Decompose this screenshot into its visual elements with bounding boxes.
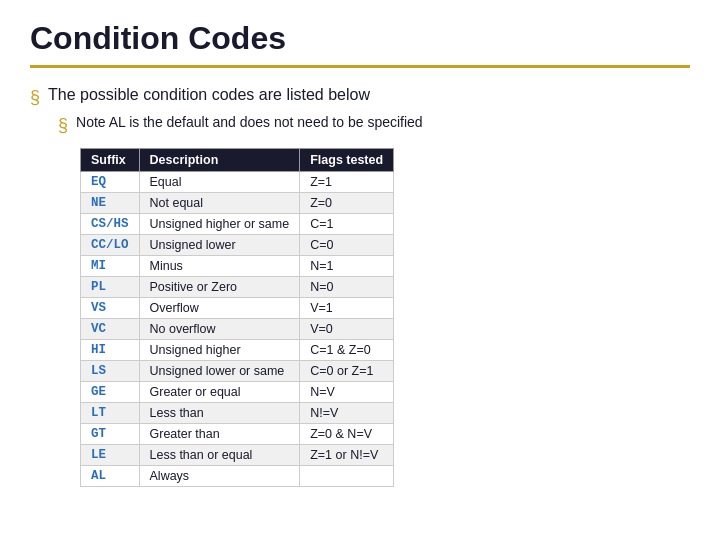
- cell-flags: N=0: [300, 277, 394, 298]
- cell-suffix: PL: [81, 277, 140, 298]
- cell-flags: C=1 & Z=0: [300, 340, 394, 361]
- cell-flags: N!=V: [300, 403, 394, 424]
- cell-flags: Z=0 & N=V: [300, 424, 394, 445]
- cell-suffix: EQ: [81, 172, 140, 193]
- page-title: Condition Codes: [30, 20, 690, 57]
- table-row: GEGreater or equalN=V: [81, 382, 394, 403]
- cell-description: Greater than: [139, 424, 300, 445]
- page: Condition Codes § The possible condition…: [0, 0, 720, 540]
- table-row: GTGreater thanZ=0 & N=V: [81, 424, 394, 445]
- table-container: Suffix Description Flags tested EQEqualZ…: [80, 148, 690, 487]
- cell-description: Overflow: [139, 298, 300, 319]
- cell-flags: Z=0: [300, 193, 394, 214]
- cell-flags: [300, 466, 394, 487]
- cell-description: Unsigned lower or same: [139, 361, 300, 382]
- table-row: CC/LOUnsigned lowerC=0: [81, 235, 394, 256]
- table-row: MIMinusN=1: [81, 256, 394, 277]
- cell-flags: Z=1 or N!=V: [300, 445, 394, 466]
- cell-flags: V=0: [300, 319, 394, 340]
- cell-suffix: MI: [81, 256, 140, 277]
- table-row: EQEqualZ=1: [81, 172, 394, 193]
- table-row: VSOverflowV=1: [81, 298, 394, 319]
- cell-description: Unsigned higher: [139, 340, 300, 361]
- cell-flags: C=1: [300, 214, 394, 235]
- cell-description: Greater or equal: [139, 382, 300, 403]
- cell-suffix: HI: [81, 340, 140, 361]
- sub-bullet: § Note AL is the default and does not ne…: [58, 114, 690, 136]
- cell-suffix: GT: [81, 424, 140, 445]
- sub-bullet-icon: §: [58, 115, 68, 136]
- main-bullet: § The possible condition codes are liste…: [30, 86, 690, 108]
- cell-description: Unsigned higher or same: [139, 214, 300, 235]
- table-row: LELess than or equalZ=1 or N!=V: [81, 445, 394, 466]
- cell-suffix: CC/LO: [81, 235, 140, 256]
- cell-suffix: CS/HS: [81, 214, 140, 235]
- table-row: ALAlways: [81, 466, 394, 487]
- cell-suffix: LS: [81, 361, 140, 382]
- col-header-description: Description: [139, 149, 300, 172]
- col-header-flags: Flags tested: [300, 149, 394, 172]
- cell-description: Positive or Zero: [139, 277, 300, 298]
- cell-suffix: VC: [81, 319, 140, 340]
- cell-suffix: VS: [81, 298, 140, 319]
- cell-description: Minus: [139, 256, 300, 277]
- table-row: VCNo overflowV=0: [81, 319, 394, 340]
- cell-flags: N=V: [300, 382, 394, 403]
- table-row: LTLess thanN!=V: [81, 403, 394, 424]
- table-row: NENot equalZ=0: [81, 193, 394, 214]
- cell-flags: V=1: [300, 298, 394, 319]
- cell-flags: Z=1: [300, 172, 394, 193]
- cell-suffix: NE: [81, 193, 140, 214]
- cell-description: No overflow: [139, 319, 300, 340]
- table-row: LSUnsigned lower or sameC=0 or Z=1: [81, 361, 394, 382]
- cell-description: Less than or equal: [139, 445, 300, 466]
- cell-description: Not equal: [139, 193, 300, 214]
- cell-flags: N=1: [300, 256, 394, 277]
- condition-codes-table: Suffix Description Flags tested EQEqualZ…: [80, 148, 394, 487]
- sub-bullet-text: Note AL is the default and does not need…: [76, 114, 423, 130]
- cell-description: Equal: [139, 172, 300, 193]
- cell-description: Unsigned lower: [139, 235, 300, 256]
- title-underline: [30, 65, 690, 68]
- cell-suffix: LE: [81, 445, 140, 466]
- main-bullet-icon: §: [30, 87, 40, 108]
- table-row: PLPositive or ZeroN=0: [81, 277, 394, 298]
- main-bullet-text: The possible condition codes are listed …: [48, 86, 370, 104]
- col-header-suffix: Suffix: [81, 149, 140, 172]
- cell-flags: C=0 or Z=1: [300, 361, 394, 382]
- cell-suffix: AL: [81, 466, 140, 487]
- cell-description: Always: [139, 466, 300, 487]
- cell-description: Less than: [139, 403, 300, 424]
- table-row: HIUnsigned higherC=1 & Z=0: [81, 340, 394, 361]
- table-row: CS/HSUnsigned higher or sameC=1: [81, 214, 394, 235]
- cell-flags: C=0: [300, 235, 394, 256]
- cell-suffix: LT: [81, 403, 140, 424]
- cell-suffix: GE: [81, 382, 140, 403]
